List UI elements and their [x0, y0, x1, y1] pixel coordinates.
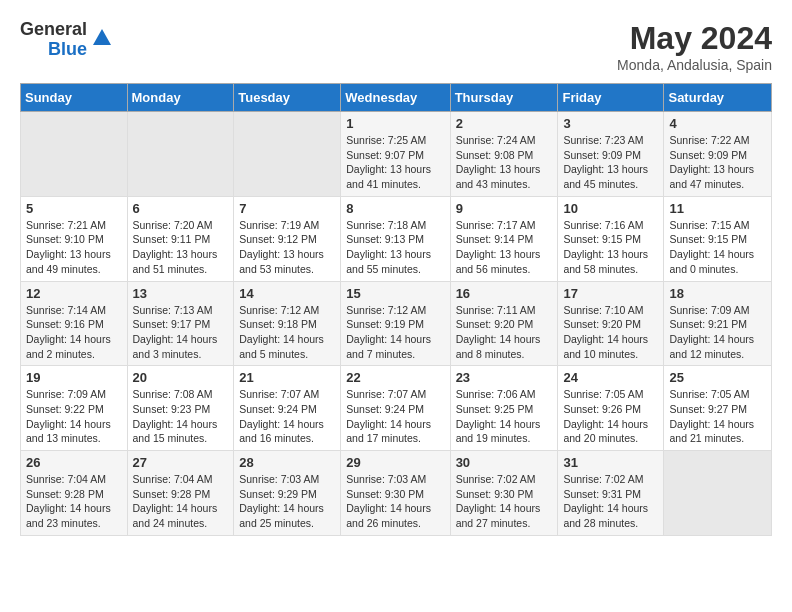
calendar-cell: 20Sunrise: 7:08 AM Sunset: 9:23 PM Dayli…	[127, 366, 234, 451]
calendar-cell	[21, 112, 128, 197]
calendar-cell: 22Sunrise: 7:07 AM Sunset: 9:24 PM Dayli…	[341, 366, 450, 451]
calendar-cell: 14Sunrise: 7:12 AM Sunset: 9:18 PM Dayli…	[234, 281, 341, 366]
calendar-cell: 18Sunrise: 7:09 AM Sunset: 9:21 PM Dayli…	[664, 281, 772, 366]
month-year: May 2024	[617, 20, 772, 57]
cell-content: Sunrise: 7:05 AM Sunset: 9:27 PM Dayligh…	[669, 387, 766, 446]
day-number: 22	[346, 370, 444, 385]
calendar-cell: 10Sunrise: 7:16 AM Sunset: 9:15 PM Dayli…	[558, 196, 664, 281]
cell-content: Sunrise: 7:10 AM Sunset: 9:20 PM Dayligh…	[563, 303, 658, 362]
calendar-cell	[127, 112, 234, 197]
logo-general: General	[20, 20, 87, 40]
day-number: 21	[239, 370, 335, 385]
day-number: 11	[669, 201, 766, 216]
calendar-cell: 3Sunrise: 7:23 AM Sunset: 9:09 PM Daylig…	[558, 112, 664, 197]
calendar-body: 1Sunrise: 7:25 AM Sunset: 9:07 PM Daylig…	[21, 112, 772, 536]
cell-content: Sunrise: 7:08 AM Sunset: 9:23 PM Dayligh…	[133, 387, 229, 446]
cell-content: Sunrise: 7:15 AM Sunset: 9:15 PM Dayligh…	[669, 218, 766, 277]
day-number: 3	[563, 116, 658, 131]
cell-content: Sunrise: 7:16 AM Sunset: 9:15 PM Dayligh…	[563, 218, 658, 277]
calendar-week-4: 19Sunrise: 7:09 AM Sunset: 9:22 PM Dayli…	[21, 366, 772, 451]
day-number: 20	[133, 370, 229, 385]
day-number: 2	[456, 116, 553, 131]
calendar-cell: 17Sunrise: 7:10 AM Sunset: 9:20 PM Dayli…	[558, 281, 664, 366]
calendar-cell: 19Sunrise: 7:09 AM Sunset: 9:22 PM Dayli…	[21, 366, 128, 451]
day-number: 23	[456, 370, 553, 385]
cell-content: Sunrise: 7:11 AM Sunset: 9:20 PM Dayligh…	[456, 303, 553, 362]
calendar-cell: 15Sunrise: 7:12 AM Sunset: 9:19 PM Dayli…	[341, 281, 450, 366]
day-header-sunday: Sunday	[21, 84, 128, 112]
cell-content: Sunrise: 7:19 AM Sunset: 9:12 PM Dayligh…	[239, 218, 335, 277]
cell-content: Sunrise: 7:12 AM Sunset: 9:18 PM Dayligh…	[239, 303, 335, 362]
cell-content: Sunrise: 7:02 AM Sunset: 9:31 PM Dayligh…	[563, 472, 658, 531]
day-number: 5	[26, 201, 122, 216]
calendar-cell: 29Sunrise: 7:03 AM Sunset: 9:30 PM Dayli…	[341, 451, 450, 536]
day-number: 1	[346, 116, 444, 131]
day-number: 19	[26, 370, 122, 385]
calendar-cell: 1Sunrise: 7:25 AM Sunset: 9:07 PM Daylig…	[341, 112, 450, 197]
cell-content: Sunrise: 7:13 AM Sunset: 9:17 PM Dayligh…	[133, 303, 229, 362]
calendar-week-5: 26Sunrise: 7:04 AM Sunset: 9:28 PM Dayli…	[21, 451, 772, 536]
day-number: 9	[456, 201, 553, 216]
day-number: 6	[133, 201, 229, 216]
title-block: May 2024 Monda, Andalusia, Spain	[617, 20, 772, 73]
day-number: 24	[563, 370, 658, 385]
logo-icon	[91, 27, 113, 53]
cell-content: Sunrise: 7:20 AM Sunset: 9:11 PM Dayligh…	[133, 218, 229, 277]
calendar-cell: 12Sunrise: 7:14 AM Sunset: 9:16 PM Dayli…	[21, 281, 128, 366]
calendar-cell: 6Sunrise: 7:20 AM Sunset: 9:11 PM Daylig…	[127, 196, 234, 281]
cell-content: Sunrise: 7:07 AM Sunset: 9:24 PM Dayligh…	[346, 387, 444, 446]
cell-content: Sunrise: 7:05 AM Sunset: 9:26 PM Dayligh…	[563, 387, 658, 446]
day-number: 18	[669, 286, 766, 301]
cell-content: Sunrise: 7:25 AM Sunset: 9:07 PM Dayligh…	[346, 133, 444, 192]
day-number: 12	[26, 286, 122, 301]
day-number: 27	[133, 455, 229, 470]
day-number: 17	[563, 286, 658, 301]
calendar-cell: 5Sunrise: 7:21 AM Sunset: 9:10 PM Daylig…	[21, 196, 128, 281]
calendar-cell: 8Sunrise: 7:18 AM Sunset: 9:13 PM Daylig…	[341, 196, 450, 281]
cell-content: Sunrise: 7:23 AM Sunset: 9:09 PM Dayligh…	[563, 133, 658, 192]
cell-content: Sunrise: 7:03 AM Sunset: 9:30 PM Dayligh…	[346, 472, 444, 531]
day-header-saturday: Saturday	[664, 84, 772, 112]
day-header-monday: Monday	[127, 84, 234, 112]
day-number: 7	[239, 201, 335, 216]
calendar-cell: 4Sunrise: 7:22 AM Sunset: 9:09 PM Daylig…	[664, 112, 772, 197]
calendar-week-2: 5Sunrise: 7:21 AM Sunset: 9:10 PM Daylig…	[21, 196, 772, 281]
day-number: 29	[346, 455, 444, 470]
calendar-cell: 25Sunrise: 7:05 AM Sunset: 9:27 PM Dayli…	[664, 366, 772, 451]
day-header-thursday: Thursday	[450, 84, 558, 112]
day-number: 25	[669, 370, 766, 385]
cell-content: Sunrise: 7:17 AM Sunset: 9:14 PM Dayligh…	[456, 218, 553, 277]
day-number: 31	[563, 455, 658, 470]
calendar-cell: 7Sunrise: 7:19 AM Sunset: 9:12 PM Daylig…	[234, 196, 341, 281]
cell-content: Sunrise: 7:21 AM Sunset: 9:10 PM Dayligh…	[26, 218, 122, 277]
calendar-table: SundayMondayTuesdayWednesdayThursdayFrid…	[20, 83, 772, 536]
cell-content: Sunrise: 7:12 AM Sunset: 9:19 PM Dayligh…	[346, 303, 444, 362]
cell-content: Sunrise: 7:03 AM Sunset: 9:29 PM Dayligh…	[239, 472, 335, 531]
page-header: General Blue May 2024 Monda, Andalusia, …	[20, 20, 772, 73]
cell-content: Sunrise: 7:04 AM Sunset: 9:28 PM Dayligh…	[133, 472, 229, 531]
calendar-cell	[664, 451, 772, 536]
cell-content: Sunrise: 7:04 AM Sunset: 9:28 PM Dayligh…	[26, 472, 122, 531]
calendar-cell: 30Sunrise: 7:02 AM Sunset: 9:30 PM Dayli…	[450, 451, 558, 536]
day-number: 4	[669, 116, 766, 131]
day-number: 28	[239, 455, 335, 470]
cell-content: Sunrise: 7:22 AM Sunset: 9:09 PM Dayligh…	[669, 133, 766, 192]
cell-content: Sunrise: 7:06 AM Sunset: 9:25 PM Dayligh…	[456, 387, 553, 446]
calendar-cell: 23Sunrise: 7:06 AM Sunset: 9:25 PM Dayli…	[450, 366, 558, 451]
cell-content: Sunrise: 7:09 AM Sunset: 9:21 PM Dayligh…	[669, 303, 766, 362]
day-number: 8	[346, 201, 444, 216]
day-number: 30	[456, 455, 553, 470]
cell-content: Sunrise: 7:14 AM Sunset: 9:16 PM Dayligh…	[26, 303, 122, 362]
day-header-tuesday: Tuesday	[234, 84, 341, 112]
calendar-cell: 9Sunrise: 7:17 AM Sunset: 9:14 PM Daylig…	[450, 196, 558, 281]
day-header-friday: Friday	[558, 84, 664, 112]
calendar-cell: 31Sunrise: 7:02 AM Sunset: 9:31 PM Dayli…	[558, 451, 664, 536]
cell-content: Sunrise: 7:18 AM Sunset: 9:13 PM Dayligh…	[346, 218, 444, 277]
calendar-cell: 11Sunrise: 7:15 AM Sunset: 9:15 PM Dayli…	[664, 196, 772, 281]
calendar-cell: 21Sunrise: 7:07 AM Sunset: 9:24 PM Dayli…	[234, 366, 341, 451]
day-number: 16	[456, 286, 553, 301]
cell-content: Sunrise: 7:09 AM Sunset: 9:22 PM Dayligh…	[26, 387, 122, 446]
cell-content: Sunrise: 7:24 AM Sunset: 9:08 PM Dayligh…	[456, 133, 553, 192]
day-number: 26	[26, 455, 122, 470]
calendar-cell: 27Sunrise: 7:04 AM Sunset: 9:28 PM Dayli…	[127, 451, 234, 536]
